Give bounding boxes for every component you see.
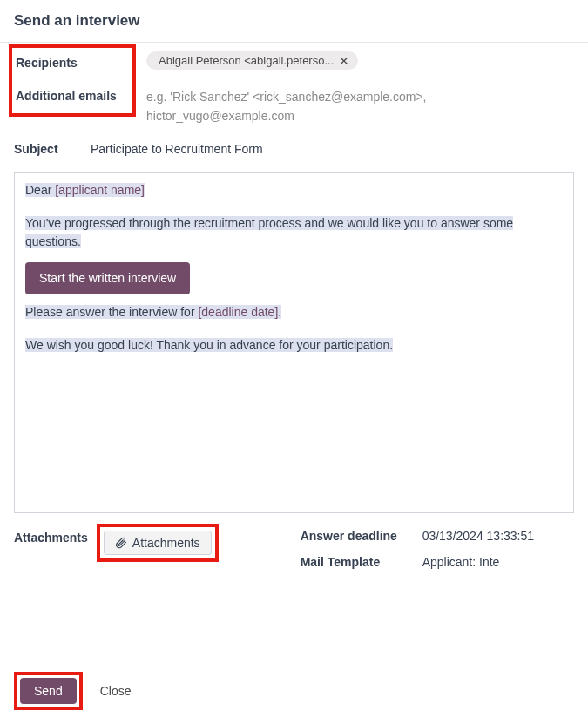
recipients-labels-highlight: Recipients Additional emails — [9, 44, 136, 117]
attachments-button-label: Attachments — [132, 536, 200, 550]
recipient-chip-text: Abigail Peterson <abigail.peterso... — [159, 54, 334, 67]
applicant-name-token: [applicant name] — [55, 183, 145, 197]
recipients-block: Recipients Additional emails Abigail Pet… — [14, 50, 574, 126]
answer-deadline-value[interactable]: 03/13/2024 13:33:51 — [422, 529, 574, 543]
recipients-label: Recipients — [16, 55, 125, 72]
additional-emails-label: Additional emails — [16, 88, 125, 105]
dialog-header: Send an interview — [0, 0, 588, 43]
body-greeting: Dear [applicant name] — [25, 181, 563, 200]
mail-template-input[interactable] — [422, 555, 574, 569]
close-button[interactable]: Close — [91, 678, 140, 704]
dialog-content: Recipients Additional emails Abigail Pet… — [0, 43, 588, 569]
send-button[interactable]: Send — [20, 678, 77, 704]
paperclip-icon — [115, 537, 127, 549]
dialog-footer: Send Close — [14, 672, 140, 710]
start-interview-button[interactable]: Start the written interview — [25, 262, 190, 294]
recipients-values: Abigail Peterson <abigail.peterso... ✕ e… — [136, 50, 574, 126]
additional-emails-input[interactable]: e.g. 'Rick Sanchez' <rick_sanchez@exampl… — [146, 87, 574, 126]
remove-recipient-icon[interactable]: ✕ — [339, 55, 349, 67]
body-para2: Please answer the interview for [deadlin… — [25, 303, 563, 321]
subject-row: Subject — [14, 126, 574, 168]
body-para3: We wish you good luck! Thank you in adva… — [25, 336, 563, 355]
deadline-date-token: [deadline date] — [198, 305, 278, 319]
email-body-editor[interactable]: Dear [applicant name] You've progressed … — [14, 172, 574, 513]
recipient-chip[interactable]: Abigail Peterson <abigail.peterso... ✕ — [146, 51, 358, 70]
body-para1: You've progressed through the recruitmen… — [25, 214, 563, 251]
subject-label: Subject — [14, 142, 91, 156]
deadline-template-grid: Answer deadline 03/13/2024 13:33:51 Mail… — [233, 524, 574, 569]
answer-deadline-label: Answer deadline — [301, 529, 422, 543]
mail-template-label: Mail Template — [301, 555, 422, 569]
attachments-label: Attachments — [14, 524, 88, 545]
dialog-title: Send an interview — [14, 12, 574, 30]
subject-input[interactable] — [91, 140, 574, 158]
bottom-fields: Attachments Attachments Answer deadline … — [14, 524, 574, 569]
attachments-row: Attachments Attachments — [14, 524, 219, 569]
send-highlight: Send — [14, 672, 83, 710]
attachments-highlight: Attachments — [97, 524, 219, 562]
attachments-button[interactable]: Attachments — [104, 531, 212, 555]
